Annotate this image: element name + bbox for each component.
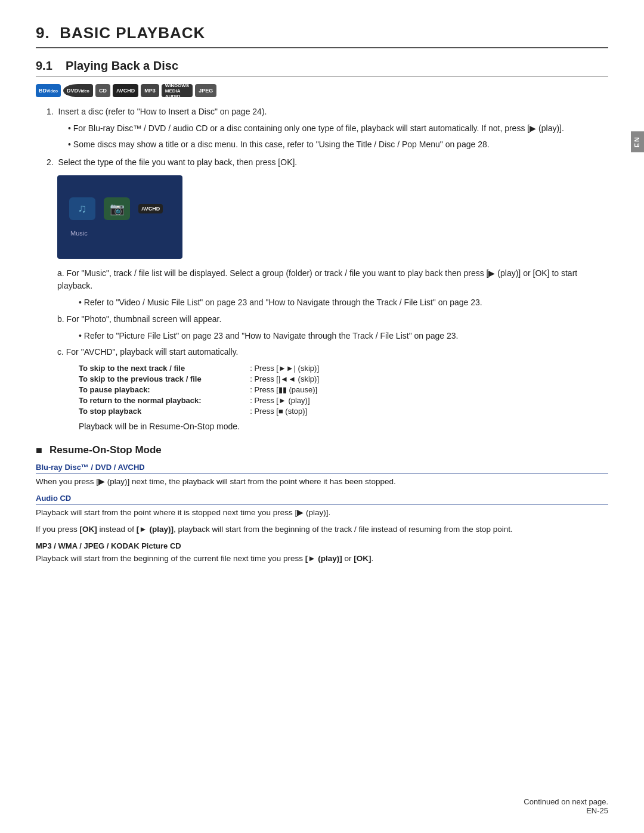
subsection-title: 9.1 Playing Back a Disc <box>36 59 608 77</box>
step-2: 2. Select the type of the file you want … <box>47 156 608 259</box>
alpha-b: b. For "Photo", thumbnail screen will ap… <box>57 313 608 342</box>
footer-continued: Continued on next page. <box>524 797 608 806</box>
resume-note: Playback will be in Resume-On-Stop mode. <box>79 420 608 433</box>
photo-icon-screen: 📷 <box>104 197 130 220</box>
screen-label-music: Music <box>70 230 88 237</box>
footer: Continued on next page. EN-25 <box>524 797 608 815</box>
cd-icon: CD <box>95 84 110 97</box>
section-title: 9. BASIC PLAYBACK <box>36 24 608 48</box>
side-tab: EN <box>631 131 644 152</box>
keycmd-row-3: To return to the normal playback: : Pres… <box>79 396 425 405</box>
keycmd-row-2: To pause playback: : Press [▮▮ (pause)] <box>79 385 425 394</box>
wma-icon: WINDOWSMEDIAAUDIO <box>162 84 193 97</box>
resume-section: ■ Resume-On-Stop Mode Blu-ray Disc™ / DV… <box>36 444 608 565</box>
avchd-icon: AVCHD <box>113 84 138 97</box>
resume-sub3-body: Playback will start from the beginning o… <box>36 553 608 565</box>
mp3-icon: MP3 <box>141 84 159 97</box>
music-icon-screen: ♫ <box>69 197 95 220</box>
resume-sub1-body: When you press [▶ (play)] next time, the… <box>36 476 608 488</box>
footer-page: EN-25 <box>524 806 608 815</box>
alpha-a: a. For "Music", track / file list will b… <box>57 267 608 309</box>
alpha-b-sub: • Refer to "Picture File List" on page 2… <box>79 330 608 343</box>
screen-screenshot: ♫ 📷 AVCHD Music <box>57 175 182 259</box>
keycmd-row-0: To skip to the next track / file : Press… <box>79 364 425 373</box>
resume-section-title: ■ Resume-On-Stop Mode <box>36 444 608 457</box>
alpha-list: a. For "Music", track / file list will b… <box>47 267 608 433</box>
subsection-header: 9.1 Playing Back a Disc <box>36 59 608 77</box>
keycmd-row-1: To skip to the previous track / file : P… <box>79 374 425 383</box>
resume-sub1-title: Blu-ray Disc™ / DVD / AVCHD <box>36 463 608 473</box>
keycmd-row-4: To stop playback : Press [■ (stop)] <box>79 407 425 416</box>
resume-sub2-body2: If you press [OK] instead of [► (play)],… <box>36 524 608 535</box>
keycmd-table: To skip to the next track / file : Press… <box>79 364 425 416</box>
resume-sub2-body: Playback will start from the point where… <box>36 507 608 519</box>
section-header: 9. BASIC PLAYBACK <box>36 24 608 48</box>
alpha-a-sub: • Refer to "Video / Music File List" on … <box>79 296 608 309</box>
bd-icon: BDVideo <box>36 84 61 97</box>
disc-icons-row: BDVideo DVDVideo CD AVCHD MP3 WINDOWSMED… <box>36 84 608 97</box>
dvd-icon: DVDVideo <box>63 84 93 97</box>
bullet-1: • For Blu-ray Disc™ / DVD / audio CD or … <box>68 122 608 135</box>
steps-list: 1. Insert a disc (refer to "How to Inser… <box>36 106 608 259</box>
step-1: 1. Insert a disc (refer to "How to Inser… <box>47 106 608 151</box>
jpeg-icon: JPEG <box>195 84 216 97</box>
resume-sub2-title: Audio CD <box>36 494 608 504</box>
bullet-2: • Some discs may show a title or a disc … <box>68 138 608 151</box>
avchd-icon-screen: AVCHD <box>138 204 163 213</box>
resume-sub3-title: MP3 / WMA / JPEG / KODAK Picture CD <box>36 541 608 550</box>
alpha-c: c. For "AVCHD", playback will start auto… <box>57 346 608 433</box>
